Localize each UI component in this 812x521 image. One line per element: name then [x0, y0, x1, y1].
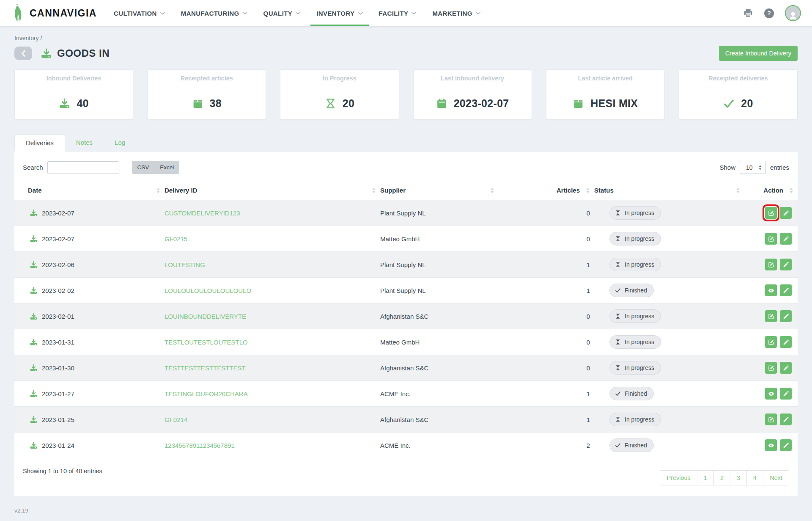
chevron-down-icon	[296, 12, 300, 15]
column-header-status[interactable]: Status	[594, 181, 744, 200]
pagination-4[interactable]: 4	[746, 470, 763, 485]
delivery-id-link[interactable]: TESTLOUTESTLOUTESTLO	[165, 339, 248, 346]
delivery-id-link[interactable]: GI-0215	[165, 235, 187, 243]
column-header-label: Action	[763, 187, 783, 194]
chevron-down-icon	[243, 12, 247, 15]
view-action-button[interactable]	[765, 284, 777, 296]
edit-action-button[interactable]	[765, 259, 777, 270]
articles-count: 0	[587, 210, 590, 217]
column-header-delivery-id[interactable]: Delivery ID	[165, 181, 380, 200]
pencil-action-button[interactable]	[780, 284, 792, 296]
pencil-action-button[interactable]	[780, 259, 792, 270]
edit-action-button[interactable]	[765, 413, 777, 425]
nav-item-manufacturing[interactable]: MANUFACTURING	[181, 0, 247, 26]
cell-delivery-id: GI-0215	[165, 226, 380, 252]
pagination-next[interactable]: Next	[763, 470, 789, 485]
pagination-2[interactable]: 2	[713, 470, 730, 485]
edit-action-button[interactable]	[765, 362, 777, 374]
pencil-action-button[interactable]	[780, 388, 792, 400]
column-header-date[interactable]: Date	[14, 181, 165, 200]
deliveries-table: DateDelivery IDSupplierArticlesStatusAct…	[14, 181, 798, 458]
hourglass-icon	[325, 98, 336, 109]
supplier-name: Afghanistan S&C	[380, 416, 428, 423]
articles-count: 1	[587, 416, 590, 423]
cell-status: In progress	[594, 200, 744, 226]
nav-item-cultivation[interactable]: CULTIVATION	[114, 0, 165, 26]
delivery-date: 2023-02-07	[42, 210, 74, 217]
cell-status: Finished	[594, 433, 744, 458]
cell-supplier: Plant Supply NL	[380, 252, 499, 278]
delivery-id-link[interactable]: GI-0214	[165, 416, 187, 423]
nav-item-label: MARKETING	[432, 10, 472, 17]
status-label: In progress	[625, 210, 654, 216]
print-icon[interactable]	[743, 8, 753, 18]
delivery-id-link[interactable]: TESTINGLOUFOR20CHARA	[165, 390, 248, 397]
pencil-action-button[interactable]	[780, 413, 792, 425]
delivery-id-link[interactable]: LOUTESTING	[165, 261, 205, 268]
pencil-action-button[interactable]	[780, 310, 792, 322]
nav-item-inventory[interactable]: INVENTORY	[316, 0, 362, 26]
check-icon	[615, 287, 621, 293]
navbar-right-tools: ?	[743, 0, 801, 26]
cell-status: In progress	[594, 252, 744, 278]
pencil-action-button[interactable]	[780, 233, 792, 245]
view-action-button[interactable]	[765, 388, 777, 400]
tab-notes[interactable]: Notes	[65, 134, 104, 151]
version-label: v2.19	[0, 496, 812, 514]
edit-action-button[interactable]	[765, 207, 777, 219]
status-badge: In progress	[609, 232, 661, 245]
goods-in-icon	[30, 416, 38, 424]
status-label: In progress	[625, 416, 654, 423]
pagination-1[interactable]: 1	[697, 470, 714, 485]
help-icon[interactable]: ?	[764, 8, 774, 18]
search-input[interactable]	[47, 161, 119, 174]
column-header-supplier[interactable]: Supplier	[380, 181, 499, 200]
nav-item-facility[interactable]: FACILITY	[379, 0, 417, 26]
cannavigia-logo[interactable]: CANNAVIGIA	[10, 0, 97, 26]
cell-articles: 0	[499, 303, 594, 329]
tab-deliveries[interactable]: Deliveries	[14, 134, 65, 152]
export-excel-button[interactable]: Excel	[154, 161, 179, 174]
pencil-action-button[interactable]	[780, 362, 792, 374]
stat-card-value: 20	[343, 97, 354, 110]
cell-supplier: Afghanistan S&C	[380, 407, 499, 433]
column-header-action[interactable]: Action	[744, 181, 798, 200]
edit-icon	[768, 262, 774, 268]
pagination-previous[interactable]: Previous	[660, 470, 697, 485]
back-button[interactable]	[14, 47, 32, 60]
pagination-3[interactable]: 3	[730, 470, 747, 485]
delivery-id-link[interactable]: LOULOULOULOULOULOULO	[165, 287, 251, 294]
table-row: 2023-02-06LOUTESTINGPlant Supply NL1In p…	[14, 252, 798, 278]
goods-in-icon	[30, 364, 38, 372]
leaf-icon	[10, 3, 27, 23]
view-action-button[interactable]	[765, 439, 777, 451]
status-badge: Finished	[609, 387, 654, 400]
pencil-action-button[interactable]	[780, 207, 792, 219]
hourglass-icon	[615, 236, 621, 242]
export-csv-button[interactable]: CSV	[132, 161, 155, 174]
column-header-articles[interactable]: Articles	[499, 181, 594, 200]
edit-action-button[interactable]	[765, 233, 777, 245]
stat-card-inbound-deliveries: Inbound Deliveries40	[14, 69, 133, 120]
nav-item-marketing[interactable]: MARKETING	[432, 0, 480, 26]
hourglass-icon	[615, 365, 621, 371]
hourglass-icon	[615, 262, 621, 267]
user-avatar[interactable]	[785, 5, 801, 21]
entries-label: entries	[770, 164, 789, 171]
pencil-action-button[interactable]	[780, 439, 792, 451]
delivery-id-link[interactable]: TESTTESTTESTTESTTEST	[165, 364, 246, 372]
delivery-id-link[interactable]: CUSTOMDELIVERYID123	[165, 210, 240, 217]
delivery-id-link[interactable]: 12345678911234567891	[165, 442, 235, 449]
show-entries-value: 10	[746, 164, 753, 171]
nav-item-quality[interactable]: QUALITY	[263, 0, 301, 26]
create-inbound-delivery-button[interactable]: Create Inbound Delivery	[719, 46, 798, 61]
edit-action-button[interactable]	[765, 310, 777, 322]
table-footer: Showing 1 to 10 of 40 entries Previous12…	[14, 458, 798, 496]
delivery-id-link[interactable]: LOUINBOUNDDELIVERYTE	[165, 313, 246, 320]
pencil-icon	[783, 210, 789, 216]
edit-action-button[interactable]	[765, 336, 777, 348]
show-entries-select[interactable]: 10	[740, 161, 766, 174]
cell-articles: 2	[499, 433, 594, 458]
pencil-action-button[interactable]	[780, 336, 792, 348]
tab-log[interactable]: Log	[104, 134, 136, 151]
